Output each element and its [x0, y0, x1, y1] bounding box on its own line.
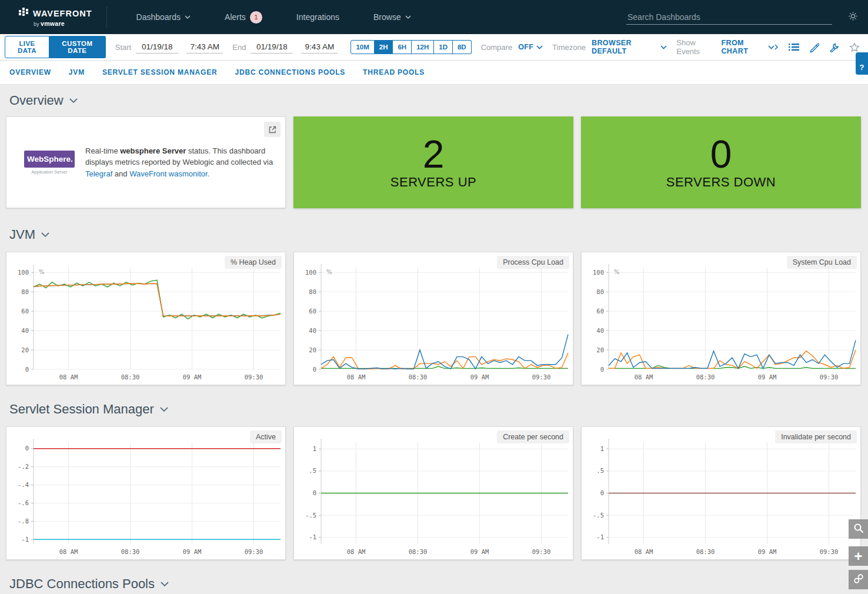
- live-data-button[interactable]: LIVE DATA: [5, 36, 49, 58]
- servers-down-value: 0: [710, 135, 732, 173]
- brand-byline: by vmware: [34, 20, 92, 27]
- heap-used-chart-card: % Heap Used 08 AM08:3009 AM09:3002040608…: [6, 252, 286, 385]
- svg-text:0: 0: [313, 489, 316, 496]
- telegraf-link[interactable]: Telegraf: [85, 169, 112, 178]
- jvm-row: % Heap Used 08 AM08:3009 AM09:3002040608…: [6, 252, 861, 385]
- svg-text:0: 0: [25, 445, 29, 452]
- chevron-down-icon: [41, 232, 49, 238]
- star-icon[interactable]: [849, 42, 860, 52]
- svg-text:08:30: 08:30: [121, 548, 140, 555]
- svg-text:08:30: 08:30: [409, 548, 428, 555]
- tab-thread-pools[interactable]: THREAD POOLS: [363, 68, 425, 76]
- svg-text:%: %: [39, 269, 45, 275]
- svg-text:1: 1: [600, 445, 604, 452]
- range-8d-button[interactable]: 8D: [453, 40, 472, 54]
- svg-text:-.2: -.2: [18, 463, 29, 470]
- nav-item-alerts[interactable]: Alerts 1: [225, 11, 262, 24]
- websphere-logo-title: WebSphere.: [24, 151, 75, 168]
- svg-text:20: 20: [21, 346, 29, 353]
- svg-text:09:30: 09:30: [532, 548, 551, 555]
- chevron-down-icon: [768, 45, 774, 49]
- tab-overview[interactable]: OVERVIEW: [9, 68, 51, 76]
- svg-text:60: 60: [21, 308, 29, 315]
- wavefront-logo: WAVEFRONT by vmware: [19, 6, 107, 28]
- svg-text:08 AM: 08 AM: [59, 548, 78, 555]
- svg-text:1: 1: [313, 445, 316, 452]
- create-per-second-chart-card: Create per second 08 AM08:3009 AM09:301.…: [293, 426, 573, 560]
- plus-icon: +: [854, 548, 862, 565]
- search-area: [626, 10, 832, 25]
- chart-title-badge: Create per second: [497, 431, 569, 443]
- start-date-field[interactable]: [136, 41, 178, 54]
- pencil-icon[interactable]: [809, 42, 819, 52]
- svg-text:0: 0: [25, 366, 29, 373]
- overview-row: WebSphere. Application Server Real-time …: [6, 116, 861, 208]
- process-cpu-chart-card: Process Cpu Load 08 AM08:3009 AM09:30020…: [293, 252, 573, 385]
- chevron-down-icon: [536, 45, 543, 49]
- svg-text:%: %: [614, 269, 620, 275]
- search-input[interactable]: [626, 10, 832, 25]
- timezone-dropdown[interactable]: BROWSER DEFAULT: [592, 39, 667, 55]
- nav-item-browse[interactable]: Browse: [373, 12, 411, 22]
- toolbar-icon-group: [774, 42, 860, 52]
- compare-label: Compare: [481, 43, 512, 52]
- tab-servlet-session-manager[interactable]: SERVLET SESSION MANAGER: [102, 68, 218, 76]
- range-1d-button[interactable]: 1D: [434, 40, 453, 54]
- nav-item-integrations[interactable]: Integrations: [296, 12, 339, 22]
- svg-text:%: %: [326, 269, 332, 275]
- jvm-section-header[interactable]: JVM: [9, 227, 868, 242]
- wasmonitor-link[interactable]: WaveFront wasmonitor: [129, 169, 207, 178]
- link-icon: [853, 573, 864, 587]
- start-time-field[interactable]: [186, 41, 223, 54]
- svg-text:.5: .5: [596, 467, 604, 474]
- tab-jdbc-connections-pools[interactable]: JDBC CONNECTIONS POOLS: [235, 68, 345, 76]
- svg-text:09 AM: 09 AM: [758, 548, 777, 555]
- jdbc-section-header[interactable]: JDBC Connections Pools: [9, 576, 868, 592]
- heap-used-chart[interactable]: 08 AM08:3009 AM09:30020406080100%: [6, 252, 285, 385]
- system-cpu-chart[interactable]: 08 AM08:3009 AM09:30020406080100%: [582, 252, 860, 385]
- alerts-count-badge: 1: [250, 11, 262, 24]
- invalidate-per-second-chart[interactable]: 08 AM08:3009 AM09:301.50-.5-1: [582, 427, 860, 559]
- active-sessions-chart[interactable]: 08 AM08:3009 AM09:300-.2-.4-.6-.8-1: [6, 427, 285, 559]
- zoom-search-button[interactable]: [849, 519, 868, 539]
- servers-down-tile[interactable]: 0 SERVERS DOWN: [581, 116, 861, 208]
- svg-text:100: 100: [593, 269, 604, 276]
- end-date-field[interactable]: [251, 41, 293, 54]
- start-label: Start: [115, 43, 131, 52]
- magnifier-icon: [853, 522, 864, 536]
- list-icon[interactable]: [789, 43, 799, 51]
- show-events-dropdown[interactable]: FROM CHART: [721, 39, 774, 55]
- process-cpu-chart[interactable]: 08 AM08:3009 AM09:30020406080100%: [294, 252, 573, 385]
- help-button[interactable]: ?: [856, 52, 868, 75]
- range-6h-button[interactable]: 6H: [393, 40, 412, 54]
- svg-text:09:30: 09:30: [245, 548, 263, 555]
- servers-up-value: 2: [423, 135, 445, 173]
- svg-text:08 AM: 08 AM: [347, 548, 366, 555]
- overview-section-header[interactable]: Overview: [9, 93, 868, 108]
- svg-text:-.8: -.8: [18, 518, 29, 525]
- servers-up-tile[interactable]: 2 SERVERS UP: [293, 116, 573, 208]
- svg-text:08 AM: 08 AM: [59, 373, 78, 381]
- share-link-button[interactable]: [849, 570, 868, 589]
- chart-title-badge: Invalidate per second: [775, 431, 857, 443]
- servlet-section-header[interactable]: Servlet Session Manager: [9, 402, 868, 417]
- end-time-field[interactable]: [301, 41, 338, 54]
- range-12h-button[interactable]: 12H: [412, 40, 434, 54]
- wrench-icon[interactable]: [829, 42, 839, 52]
- custom-date-button[interactable]: CUSTOM DATE: [49, 36, 106, 58]
- tab-jvm[interactable]: JVM: [69, 68, 85, 76]
- external-link-icon[interactable]: [264, 122, 281, 137]
- compare-dropdown[interactable]: OFF: [518, 43, 543, 51]
- range-10m-button[interactable]: 10M: [350, 40, 374, 54]
- svg-text:08:30: 08:30: [121, 373, 140, 381]
- add-chart-button[interactable]: +: [849, 546, 868, 566]
- chevron-down-icon: [160, 407, 168, 412]
- nav-item-dashboards[interactable]: Dashboards: [136, 12, 191, 22]
- system-cpu-chart-card: System Cpu Load 08 AM08:3009 AM09:300204…: [581, 252, 861, 385]
- range-2h-button[interactable]: 2H: [375, 40, 393, 54]
- chevron-down-icon: [185, 15, 191, 19]
- create-per-second-chart[interactable]: 08 AM08:3009 AM09:301.50-.5-1: [294, 427, 573, 559]
- svg-text:-1: -1: [309, 533, 316, 540]
- chevron-right-icon[interactable]: [774, 44, 779, 50]
- gear-icon[interactable]: [847, 11, 859, 24]
